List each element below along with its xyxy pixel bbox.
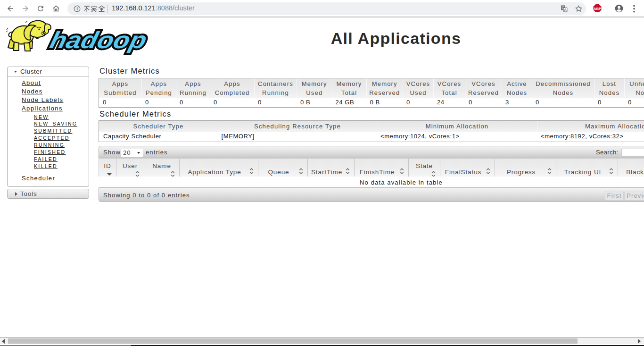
svg-text:hadoop: hadoop [47,27,149,53]
svg-text:ABP: ABP [594,7,601,11]
